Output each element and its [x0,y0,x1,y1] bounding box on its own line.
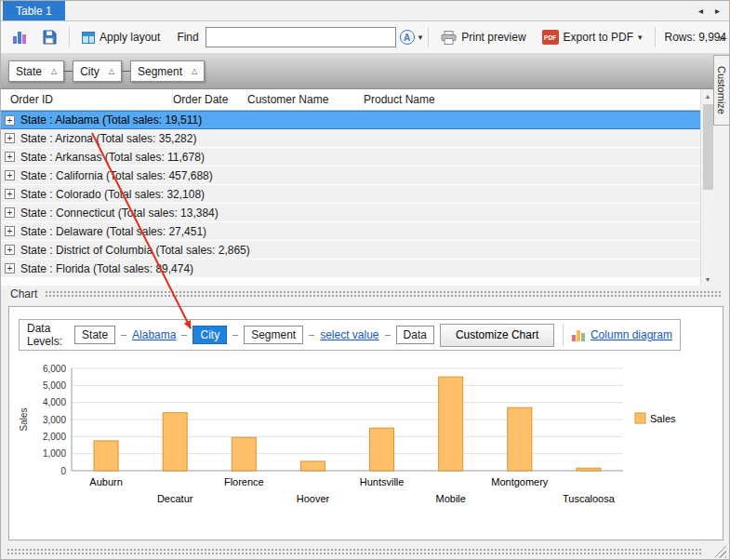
expand-icon[interactable]: + [5,263,15,273]
data-level-state[interactable]: State [74,326,115,344]
app-window: Table 1 ◂ ▸ Apply layout Find A ▾ [0,0,730,560]
crumb-connector [121,335,126,336]
tab-table-1[interactable]: Table 1 [3,1,65,20]
crumb-separator [563,324,564,346]
group-row-state-arkansas[interactable]: +State : Arkansas (Total sales: 11,678) [1,148,700,167]
group-row-state-district-of-columbia[interactable]: +State : District of Columbia (Total sal… [1,241,700,260]
data-level-data[interactable]: Data [396,326,434,344]
grid-vertical-scrollbar[interactable]: ▲ ▼ [700,89,714,286]
group-row-label: State : Colorado (Total sales: 32,108) [20,188,205,201]
crumb-connector [181,335,187,336]
sort-ascending-icon: △ [109,67,114,75]
data-level-alabama[interactable]: Alabama [132,328,176,341]
find-input[interactable] [206,27,396,47]
data-levels-bar: Data Levels: StateAlabamaCitySegmentsele… [19,319,681,351]
group-row-state-alabama[interactable]: +State : Alabama (Total sales: 19,511) [1,111,700,129]
grid-header: Order IDOrder DateCustomer NameProduct N… [1,89,700,111]
chart-view-button[interactable] [7,25,33,49]
print-preview-button[interactable]: Print preview [434,25,532,49]
expand-icon[interactable]: + [5,207,15,218]
group-box-city[interactable]: City△ [73,60,122,82]
svg-text:Montgomery: Montgomery [491,476,549,487]
svg-text:Florence: Florence [224,476,264,487]
group-row-label: State : Florida (Total sales: 89,474) [20,262,193,275]
group-panel-boxes: State△City△Segment△ [8,60,205,82]
chevron-down-icon: ▾ [418,33,423,42]
resize-grip-icon[interactable] [714,546,726,558]
svg-text:2,000: 2,000 [43,432,66,442]
group-row-state-connecticut[interactable]: +State : Connecticut (Total sales: 13,38… [1,204,700,222]
find-label: Find [177,31,198,44]
svg-text:Tuscaloosa: Tuscaloosa [563,493,616,504]
apply-layout-button[interactable]: Apply layout [75,25,166,49]
svg-text:Sales: Sales [19,407,29,431]
search-options-dropdown[interactable]: ▾ [418,26,423,48]
column-diagram-link[interactable]: Column diagram [591,328,672,341]
group-row-label: State : Arizona (Total sales: 35,282) [20,132,196,145]
column-header-order-date[interactable]: Order Date [173,89,247,110]
bar-chart-icon [13,31,26,44]
group-box-label: City [80,65,100,78]
export-pdf-label: Export to PDF [564,31,633,44]
group-box-state[interactable]: State△ [8,60,64,82]
expand-icon[interactable]: + [5,152,15,162]
expand-icon[interactable]: + [5,245,15,255]
data-level-segment[interactable]: Segment [244,326,303,344]
group-row-state-florida[interactable]: +State : Florida (Total sales: 89,474) [1,260,700,278]
svg-text:Decatur: Decatur [157,493,193,504]
chart-section-splitter[interactable]: Chart [1,286,729,302]
svg-text:0: 0 [60,466,66,476]
group-row-state-colorado[interactable]: +State : Colorado (Total sales: 32,108) [1,185,700,204]
splitter-dots [45,290,722,299]
toolbar-separator [69,27,70,47]
svg-text:Hoover: Hoover [297,493,330,504]
svg-text:6,000: 6,000 [43,364,66,374]
expand-icon[interactable]: + [5,189,15,199]
group-connector [64,71,73,72]
svg-text:3,000: 3,000 [43,415,66,425]
scrollbar-thumb[interactable] [703,104,713,190]
expand-icon[interactable]: + [5,226,15,236]
rows-count: Rows: 9,994 [665,31,727,44]
column-header-order-id[interactable]: Order ID [10,89,173,110]
data-level-city[interactable]: City [192,326,227,344]
export-pdf-button[interactable]: PDF Export to PDF ▾ [536,25,649,49]
column-header-product-name[interactable]: Product Name [364,89,700,110]
search-options-button[interactable]: A [399,26,416,48]
group-by-panel: State△City△Segment△ [1,54,729,89]
apply-layout-label: Apply layout [100,31,160,44]
customize-flyout-tab[interactable]: Customize [713,55,729,126]
group-row-state-delaware[interactable]: +State : Delaware (Total sales: 27,451) [1,222,700,241]
expand-icon[interactable]: + [5,133,15,143]
column-header-customer-name[interactable]: Customer Name [247,89,364,110]
data-level-select-value[interactable]: select value [320,328,378,341]
svg-text:4,000: 4,000 [43,397,66,407]
bottom-splitter[interactable] [1,544,729,559]
chart-section-label: Chart [10,287,37,300]
group-row-state-arizona[interactable]: +State : Arizona (Total sales: 35,282) [1,129,700,148]
svg-text:Huntsville: Huntsville [360,476,405,487]
scroll-tabs-left-icon[interactable]: ◂ [694,4,708,19]
expand-icon[interactable]: + [5,170,15,180]
toolbar-separator [428,27,429,47]
group-box-segment[interactable]: Segment△ [130,60,205,82]
customize-chart-button[interactable]: Customize Chart [440,324,554,347]
toolbar-separator [655,27,656,47]
group-box-label: Segment [138,65,182,78]
scroll-down-icon[interactable]: ▼ [701,273,714,286]
save-icon [42,30,57,45]
expand-icon[interactable]: + [5,115,15,126]
grid-body: +State : Alabama (Total sales: 19,511)+S… [1,111,700,286]
tab-strip: Table 1 ◂ ▸ [1,1,729,21]
scroll-up-icon[interactable]: ▲ [701,89,714,102]
toolbar-overflow-button[interactable]: » [719,21,725,54]
save-button[interactable] [35,25,63,49]
svg-text:Mobile: Mobile [435,493,465,504]
sort-ascending-icon: △ [192,67,197,75]
scroll-tabs-right-icon[interactable]: ▸ [710,4,724,19]
sort-ascending-icon: △ [51,67,57,75]
crumb-connector [385,335,391,336]
group-row-state-california[interactable]: +State : California (Total sales: 457,68… [1,167,700,185]
pdf-icon: PDF [542,30,559,45]
splitter-dots [7,548,702,556]
